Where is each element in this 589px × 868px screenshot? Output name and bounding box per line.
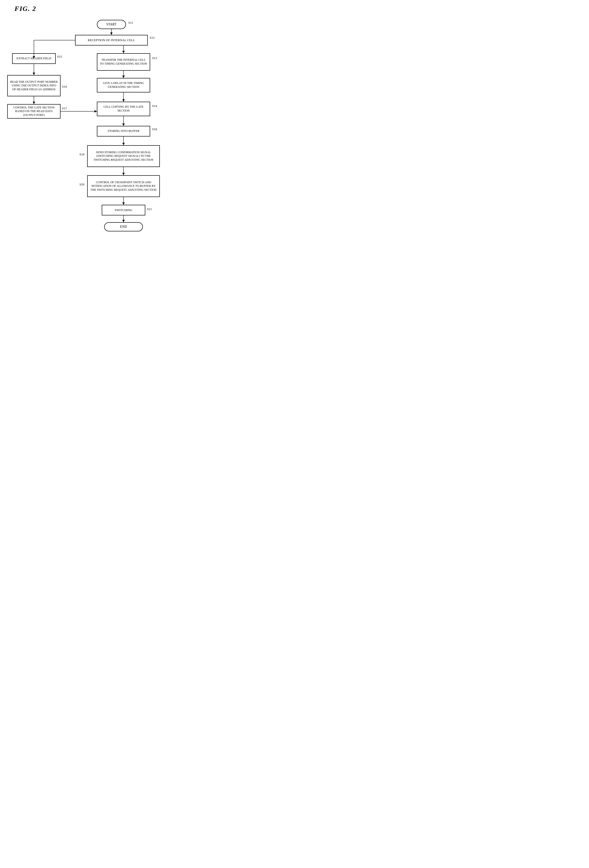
delay-node: GIVE A DELAY IN THE TIMING GENERATING SE…	[97, 78, 150, 93]
extract-node: EXTRACT HEADER FIELD	[12, 53, 56, 64]
svg-marker-14	[122, 99, 125, 102]
page: FIG. 2 START S11 RECEPTION OF INTERNAL C…	[5, 5, 184, 279]
svg-marker-10	[33, 72, 35, 75]
s16-label: S16	[62, 85, 67, 89]
svg-marker-12	[33, 102, 35, 104]
s11-label: S11	[128, 21, 133, 25]
svg-marker-22	[122, 173, 125, 175]
s18-label: S18	[152, 127, 157, 131]
transfer-node: TRANSFER THE INTERNAL CELL TO TIMING GEN…	[97, 53, 150, 71]
s14-label: S14	[152, 104, 157, 108]
s21-label: S21	[147, 207, 152, 211]
send-signal-node: SEND STORING CONFIRMATION SIGNAL (SWITCH…	[87, 145, 160, 167]
svg-marker-6	[122, 51, 125, 53]
s13-label: S13	[152, 56, 157, 60]
svg-marker-16	[95, 110, 97, 112]
control-cross-node: CONTROL OF CROSSPOINT SWITCH AND NOTIFIC…	[87, 175, 160, 197]
svg-marker-20	[122, 143, 125, 145]
read-output-node: READ THE OUTPUT PORT NUMBER USING THE OU…	[7, 75, 61, 96]
start-node: START	[97, 20, 126, 29]
cell-copy-node: CELL COPYING BY THE GATE SECTION	[97, 102, 150, 116]
svg-marker-26	[122, 220, 125, 222]
s20-label: S20	[80, 183, 84, 186]
svg-marker-24	[122, 202, 125, 205]
switching-node: SWITCHING	[102, 205, 145, 216]
diagram: START S11 RECEPTION OF INTERNAL CELL S12…	[5, 18, 184, 279]
end-node: END	[104, 222, 143, 232]
s12-label: S12	[149, 36, 154, 40]
s19-label: S19	[80, 152, 84, 156]
s17-label: S17	[62, 106, 67, 111]
control-gate-node: CONTROL THE GATE SECTION BASED ON THE RE…	[7, 104, 61, 119]
fig-title: FIG. 2	[15, 5, 184, 13]
reception-node: RECEPTION OF INTERNAL CELL	[75, 35, 148, 46]
s15-label: S15	[57, 55, 62, 59]
storing-node: STORING INTO BUFFER	[97, 126, 150, 137]
svg-marker-18	[122, 124, 125, 126]
svg-marker-8	[122, 75, 125, 78]
svg-marker-1	[110, 32, 112, 35]
